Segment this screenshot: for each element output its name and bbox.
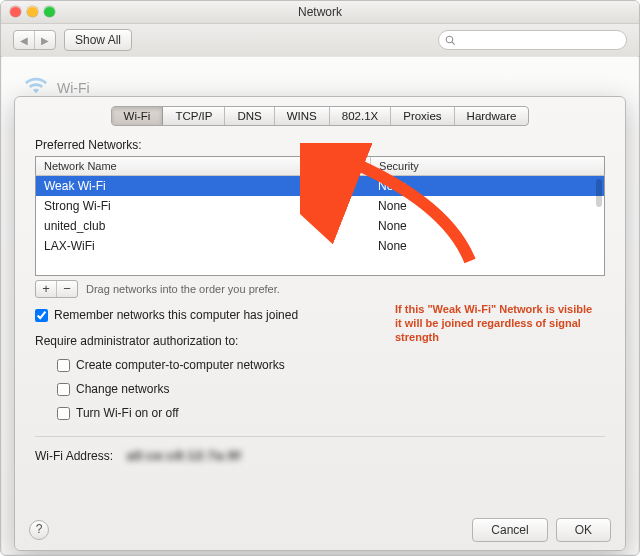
networks-list[interactable]: Weak Wi-FiNoneStrong Wi-FiNoneunited_clu… <box>35 176 605 276</box>
search-input[interactable] <box>456 33 620 47</box>
remember-checkbox-label: Remember networks this computer has join… <box>54 308 298 322</box>
add-remove-buttons: + − <box>35 280 78 298</box>
traffic-lights <box>10 6 55 17</box>
tab-802-1x[interactable]: 802.1X <box>330 107 391 125</box>
wifi-address-label: Wi-Fi Address: <box>35 449 113 463</box>
tab-wins[interactable]: WINS <box>275 107 330 125</box>
tab-proxies[interactable]: Proxies <box>391 107 454 125</box>
minimize-icon[interactable] <box>27 6 38 17</box>
cell-security: None <box>370 236 604 256</box>
table-row[interactable]: united_clubNone <box>36 216 604 236</box>
search-field[interactable] <box>438 30 627 50</box>
auth-option[interactable]: Turn Wi-Fi on or off <box>57 406 605 420</box>
auth-checkbox-label: Create computer-to-computer networks <box>76 358 285 372</box>
window-titlebar: Network <box>1 1 639 24</box>
tab-wi-fi[interactable]: Wi-Fi <box>112 107 164 125</box>
cancel-button[interactable]: Cancel <box>472 518 547 542</box>
tab-hardware[interactable]: Hardware <box>455 107 529 125</box>
annotation-text: If this "Weak Wi-Fi" Network is visible … <box>395 302 595 344</box>
cell-security: None <box>370 176 604 196</box>
advanced-sheet: Wi-FiTCP/IPDNSWINS802.1XProxiesHardware … <box>14 96 626 551</box>
cell-security: None <box>370 196 604 216</box>
ok-button[interactable]: OK <box>556 518 611 542</box>
help-button[interactable]: ? <box>29 520 49 540</box>
cell-security: None <box>370 216 604 236</box>
advanced-tabs: Wi-FiTCP/IPDNSWINS802.1XProxiesHardware <box>15 106 625 126</box>
table-row[interactable]: Strong Wi-FiNone <box>36 196 604 216</box>
zoom-icon[interactable] <box>44 6 55 17</box>
auth-checkbox-label: Change networks <box>76 382 169 396</box>
cell-network-name: Weak Wi-Fi <box>36 176 370 196</box>
column-network-name[interactable]: Network Name <box>36 157 371 175</box>
remember-checkbox-input[interactable] <box>35 309 48 322</box>
auth-checkbox-label: Turn Wi-Fi on or off <box>76 406 179 420</box>
tab-dns[interactable]: DNS <box>225 107 274 125</box>
tab-tcp-ip[interactable]: TCP/IP <box>163 107 225 125</box>
auth-option[interactable]: Create computer-to-computer networks <box>57 358 605 372</box>
cell-network-name: united_club <box>36 216 370 236</box>
auth-checkbox-input[interactable] <box>57 407 70 420</box>
preferred-networks-label: Preferred Networks: <box>35 138 605 152</box>
prefs-toolbar: ◀ ▶ Show All <box>1 24 639 57</box>
add-network-button[interactable]: + <box>36 281 56 297</box>
scrollbar-thumb[interactable] <box>596 179 602 207</box>
drag-hint: Drag networks into the order you prefer. <box>86 283 280 295</box>
table-row[interactable]: Weak Wi-FiNone <box>36 176 604 196</box>
cell-network-name: Strong Wi-Fi <box>36 196 370 216</box>
auth-checkbox-input[interactable] <box>57 383 70 396</box>
networks-list-header: Network Name Security <box>35 156 605 176</box>
wifi-address-value: a0:ce:c8:12:7a:9f <box>127 449 241 463</box>
remove-network-button[interactable]: − <box>56 281 77 297</box>
auth-option[interactable]: Change networks <box>57 382 605 396</box>
window-title: Network <box>298 5 342 19</box>
forward-icon[interactable]: ▶ <box>34 31 55 49</box>
back-icon[interactable]: ◀ <box>14 31 34 49</box>
show-all-button[interactable]: Show All <box>64 29 132 51</box>
separator <box>35 436 605 437</box>
search-icon <box>445 35 456 46</box>
close-icon[interactable] <box>10 6 21 17</box>
column-security[interactable]: Security <box>371 157 604 175</box>
table-row[interactable]: LAX-WiFiNone <box>36 236 604 256</box>
nav-back-forward[interactable]: ◀ ▶ <box>13 30 56 50</box>
cell-network-name: LAX-WiFi <box>36 236 370 256</box>
auth-checkbox-input[interactable] <box>57 359 70 372</box>
